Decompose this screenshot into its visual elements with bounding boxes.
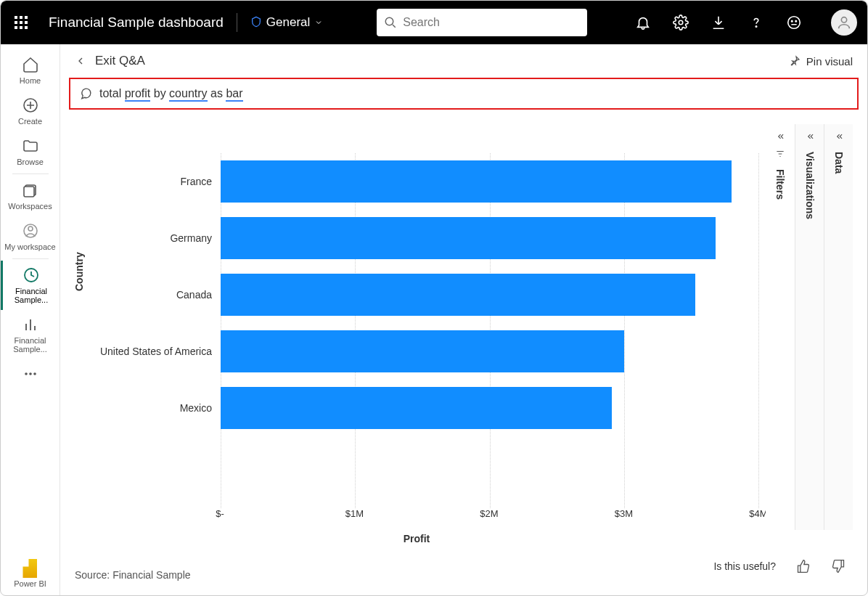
y-axis-title: Country — [73, 252, 85, 291]
nav-workspaces[interactable]: Workspaces — [1, 176, 60, 216]
search-box[interactable] — [377, 9, 587, 36]
chevron-collapse-icon — [775, 131, 785, 142]
bar-row: France — [221, 160, 758, 203]
source-text: Source: Financial Sample — [75, 569, 191, 581]
filters-label: Filters — [774, 169, 786, 200]
nav-my-workspace-label: My workspace — [4, 242, 55, 251]
chevron-down-icon — [314, 18, 323, 27]
chevron-collapse-icon — [805, 131, 815, 142]
svg-point-6 — [841, 17, 846, 23]
search-input[interactable] — [403, 16, 580, 29]
thumbs-up-icon[interactable] — [796, 559, 811, 573]
pin-label: Pin visual — [806, 55, 853, 68]
nav-powerbi-label: Power BI — [14, 579, 46, 588]
visualizations-label: Visualizations — [804, 152, 816, 219]
filters-icon — [775, 149, 785, 159]
ellipsis-icon — [22, 365, 39, 383]
back-icon[interactable] — [75, 55, 86, 67]
nav-browse[interactable]: Browse — [1, 131, 60, 172]
shield-icon — [250, 16, 262, 29]
dashboard-title: Financial Sample dashboard — [49, 15, 224, 30]
svg-point-0 — [386, 17, 394, 25]
qna-query-text: total profit by country as bar — [99, 87, 243, 100]
bar-category-label: France — [75, 176, 221, 187]
svg-point-11 — [28, 226, 33, 231]
nav-home[interactable]: Home — [1, 50, 60, 91]
svg-rect-9 — [24, 187, 34, 197]
nav-more[interactable] — [1, 359, 60, 388]
bar-category-label: Canada — [75, 289, 221, 301]
pin-icon — [789, 55, 801, 67]
nav-create[interactable]: Create — [1, 91, 60, 131]
powerbi-logo-icon — [22, 559, 37, 578]
svg-point-1 — [679, 20, 683, 25]
chevron-collapse-icon — [834, 131, 844, 142]
bar-row: Mexico — [221, 387, 758, 429]
divider — [237, 13, 237, 32]
x-tick-label: $1M — [345, 508, 364, 519]
bar-row: Canada — [221, 274, 758, 316]
nav-home-label: Home — [20, 76, 41, 85]
feedback-bar: Is this useful? — [713, 559, 846, 573]
data-pane[interactable]: Data — [824, 124, 853, 530]
feedback-icon[interactable] — [786, 15, 802, 30]
svg-point-14 — [29, 372, 32, 375]
svg-point-3 — [788, 17, 801, 29]
filters-pane[interactable]: Filters — [766, 124, 795, 530]
bar[interactable] — [221, 217, 716, 259]
nav-financial-sample-report[interactable]: Financial Sample... — [1, 310, 60, 359]
x-axis-title: Profit — [404, 533, 430, 544]
bar[interactable] — [221, 387, 612, 429]
x-tick-label: $3M — [615, 508, 633, 519]
bar[interactable] — [221, 330, 624, 372]
sensitivity-label: General — [266, 15, 310, 30]
nav-my-workspace[interactable]: My workspace — [1, 216, 60, 257]
data-label: Data — [833, 152, 845, 174]
svg-point-5 — [795, 20, 796, 21]
svg-point-15 — [33, 372, 36, 375]
nav-powerbi[interactable]: Power BI — [14, 559, 46, 595]
top-header: Financial Sample dashboard General — [1, 1, 867, 44]
nav-fs2-label: Financial Sample... — [1, 336, 60, 354]
app-launcher-icon[interactable] — [11, 12, 31, 33]
x-axis-ticks: $-$1M$2M$3M$4M — [220, 508, 758, 523]
x-tick-label: $4M — [749, 508, 767, 519]
svg-point-13 — [25, 372, 28, 375]
nav-workspaces-label: Workspaces — [8, 202, 52, 211]
svg-point-4 — [792, 20, 793, 21]
x-tick-label: $- — [216, 508, 224, 519]
search-icon — [384, 16, 397, 29]
nav-fs-label: Financial Sample... — [3, 287, 60, 304]
help-icon[interactable] — [748, 15, 764, 30]
feedback-prompt: Is this useful? — [713, 560, 776, 572]
notifications-icon[interactable] — [635, 15, 651, 30]
qna-input-box[interactable]: total profit by country as bar — [69, 78, 859, 110]
bars-zone: FranceGermanyCanadaUnited States of Amer… — [220, 160, 758, 501]
left-nav-rail: Home Create Browse Workspaces My workspa… — [1, 44, 60, 595]
svg-point-2 — [756, 26, 756, 27]
right-panes: Filters Visualizations Data — [766, 124, 853, 530]
nav-create-label: Create — [18, 117, 42, 126]
bar-category-label: Mexico — [75, 402, 221, 414]
user-avatar[interactable] — [831, 9, 857, 36]
bar[interactable] — [221, 274, 695, 316]
sensitivity-dropdown[interactable]: General — [250, 15, 323, 30]
nav-browse-label: Browse — [17, 158, 44, 166]
main-content: Exit Q&A Pin visual total profit by coun… — [60, 44, 867, 595]
nav-financial-sample-dashboard[interactable]: Financial Sample... — [1, 261, 60, 310]
chart-visual: Country FranceGermanyCanadaUnited States… — [75, 124, 853, 588]
bar-category-label: Germany — [75, 232, 221, 244]
sub-header: Exit Q&A Pin visual — [60, 44, 867, 78]
header-actions — [635, 9, 857, 36]
thumbs-down-icon[interactable] — [831, 559, 846, 573]
x-tick-label: $2M — [480, 508, 498, 519]
visualizations-pane[interactable]: Visualizations — [795, 124, 824, 530]
exit-qna-button[interactable]: Exit Q&A — [95, 54, 145, 68]
download-icon[interactable] — [711, 15, 726, 30]
pin-visual-button[interactable]: Pin visual — [789, 55, 853, 68]
chat-icon — [79, 87, 92, 100]
bar-category-label: United States of America — [75, 346, 221, 357]
bar[interactable] — [221, 160, 732, 203]
settings-icon[interactable] — [673, 15, 689, 30]
bar-row: United States of America — [221, 330, 758, 372]
